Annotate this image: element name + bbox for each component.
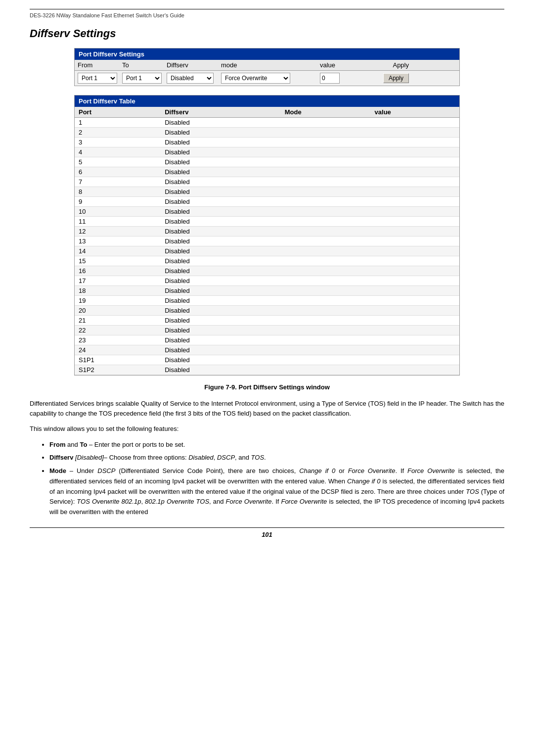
td-value xyxy=(371,138,459,147)
td-mode xyxy=(281,227,371,236)
table-row: 6Disabled xyxy=(75,167,459,177)
mode-select[interactable]: Force Overwrite Change if 0 xyxy=(221,73,290,84)
table-body: 1Disabled2Disabled3Disabled4Disabled5Dis… xyxy=(75,118,459,375)
from-select[interactable]: Port 1 Port 2 Port 3 xyxy=(78,73,117,84)
td-port: 24 xyxy=(75,345,161,355)
td-value xyxy=(371,167,459,177)
td-mode xyxy=(281,177,371,187)
td-value xyxy=(371,286,459,296)
value-input[interactable] xyxy=(320,73,340,84)
td-mode xyxy=(281,187,371,197)
td-port: 5 xyxy=(75,157,161,167)
td-value xyxy=(371,365,459,375)
td-port: 3 xyxy=(75,138,161,147)
td-value xyxy=(371,326,459,335)
td-diffserv: Disabled xyxy=(161,276,281,286)
td-port: 6 xyxy=(75,167,161,177)
td-port: 15 xyxy=(75,256,161,266)
diffserv-select[interactable]: Disabled DSCP TOS xyxy=(167,73,214,84)
td-value xyxy=(371,335,459,345)
td-value xyxy=(371,256,459,266)
mode-select-wrapper: Force Overwrite Change if 0 xyxy=(221,73,320,84)
td-value xyxy=(371,306,459,316)
table-row: 20Disabled xyxy=(75,306,459,316)
td-value xyxy=(371,217,459,227)
td-diffserv: Disabled xyxy=(161,306,281,316)
table-row: 16Disabled xyxy=(75,266,459,276)
apply-button[interactable]: Apply xyxy=(383,73,409,83)
td-port: 9 xyxy=(75,197,161,207)
td-value xyxy=(371,227,459,236)
td-diffserv: Disabled xyxy=(161,118,281,128)
col-header-to: To xyxy=(122,61,167,69)
td-diffserv: Disabled xyxy=(161,296,281,306)
value-input-wrapper xyxy=(320,73,369,84)
td-diffserv: Disabled xyxy=(161,335,281,345)
td-mode xyxy=(281,157,371,167)
td-value xyxy=(371,177,459,187)
td-value xyxy=(371,276,459,286)
td-diffserv: Disabled xyxy=(161,365,281,375)
bullet-mode-text: – Under DSCP (Differentiated Service Cod… xyxy=(49,467,504,516)
table-row: 13Disabled xyxy=(75,236,459,246)
settings-panel: Port Diffserv Settings From To Diffserv … xyxy=(74,48,460,86)
table-row: 23Disabled xyxy=(75,335,459,345)
bullet-list: From and To – Enter the port or ports to… xyxy=(49,440,504,518)
table-row: 5Disabled xyxy=(75,157,459,167)
bullet-mode-bold: Mode xyxy=(49,467,66,474)
td-diffserv: Disabled xyxy=(161,167,281,177)
td-mode xyxy=(281,118,371,128)
table-row: 19Disabled xyxy=(75,296,459,306)
table-row: 18Disabled xyxy=(75,286,459,296)
from-select-wrapper: Port 1 Port 2 Port 3 xyxy=(78,73,122,84)
td-value xyxy=(371,236,459,246)
table-panel: Port Diffserv Table Port Diffserv Mode v… xyxy=(74,95,460,376)
td-port: 1 xyxy=(75,118,161,128)
td-mode xyxy=(281,207,371,217)
table-row: 22Disabled xyxy=(75,326,459,335)
td-mode xyxy=(281,276,371,286)
td-diffserv: Disabled xyxy=(161,147,281,157)
td-mode xyxy=(281,128,371,138)
table-panel-header: Port Diffserv Table xyxy=(75,95,459,107)
bullet-to-bold: To xyxy=(80,441,87,448)
td-mode xyxy=(281,326,371,335)
th-port: Port xyxy=(75,107,161,118)
td-mode xyxy=(281,167,371,177)
td-mode xyxy=(281,306,371,316)
settings-input-row: Port 1 Port 2 Port 3 Port 1 Port 2 Port … xyxy=(75,71,459,86)
td-diffserv: Disabled xyxy=(161,227,281,236)
td-mode xyxy=(281,365,371,375)
td-port: 19 xyxy=(75,296,161,306)
td-port: 2 xyxy=(75,128,161,138)
bullet-from-to-text: – Enter the port or ports to be set. xyxy=(87,441,185,448)
table-row: 4Disabled xyxy=(75,147,459,157)
td-port: 21 xyxy=(75,316,161,326)
td-diffserv: Disabled xyxy=(161,197,281,207)
td-value xyxy=(371,157,459,167)
table-row: S1P1Disabled xyxy=(75,355,459,365)
td-port: 11 xyxy=(75,217,161,227)
td-mode xyxy=(281,286,371,296)
bullet-diffserv-text: – Choose from three options: Disabled, D… xyxy=(104,454,266,461)
to-select-wrapper: Port 1 Port 2 Port 3 xyxy=(122,73,167,84)
th-diffserv: Diffserv xyxy=(161,107,281,118)
td-diffserv: Disabled xyxy=(161,326,281,335)
bullet-from-to: From and To – Enter the port or ports to… xyxy=(49,440,504,450)
td-diffserv: Disabled xyxy=(161,207,281,217)
col-header-from: From xyxy=(78,61,122,69)
td-value xyxy=(371,187,459,197)
td-value xyxy=(371,296,459,306)
bottom-rule: 101 xyxy=(30,527,504,538)
to-select[interactable]: Port 1 Port 2 Port 3 xyxy=(122,73,162,84)
td-port: 14 xyxy=(75,246,161,256)
bullet-diffserv-bold: Diffserv xyxy=(49,454,73,461)
td-port: 18 xyxy=(75,286,161,296)
td-port: 12 xyxy=(75,227,161,236)
td-diffserv: Disabled xyxy=(161,345,281,355)
td-port: 17 xyxy=(75,276,161,286)
td-value xyxy=(371,316,459,326)
td-mode xyxy=(281,345,371,355)
td-port: 4 xyxy=(75,147,161,157)
top-rule xyxy=(30,9,504,9)
